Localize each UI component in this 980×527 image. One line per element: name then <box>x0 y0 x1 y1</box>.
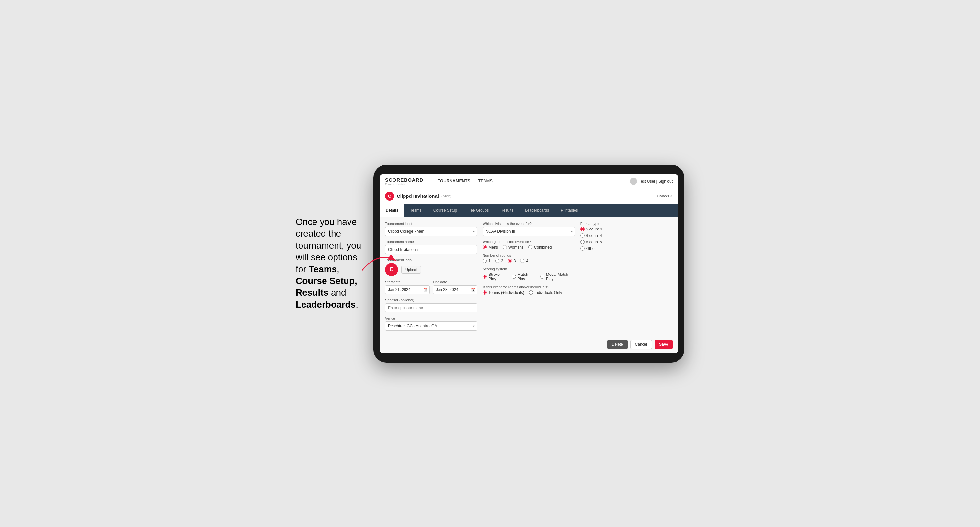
scoring-stroke-radio[interactable] <box>482 275 487 279</box>
tab-results[interactable]: Results <box>495 204 519 217</box>
gender-combined-radio[interactable] <box>528 245 533 249</box>
nav-tournaments[interactable]: TOURNAMENTS <box>438 177 470 185</box>
division-group: Which division is the event for? NCAA Di… <box>482 222 575 236</box>
division-label: Which division is the event for? <box>482 222 575 225</box>
tournament-host-group: Tournament Host Clippd College - Men <box>385 222 477 236</box>
teams-label: Is this event for Teams and/or Individua… <box>482 285 575 289</box>
tablet-device: SCOREBOARD Powered by clippd TOURNAMENTS… <box>374 165 684 363</box>
individuals-radio[interactable] <box>529 290 533 295</box>
rounds-label: Number of rounds <box>482 254 575 257</box>
sponsor-group: Sponsor (optional) <box>385 298 477 313</box>
tab-printables[interactable]: Printables <box>555 204 584 217</box>
form-footer: Delete Cancel Save <box>380 336 678 353</box>
delete-button[interactable]: Delete <box>607 340 628 349</box>
form-col-1: Tournament Host Clippd College - Men Tou… <box>385 222 477 330</box>
form-grid: Tournament Host Clippd College - Men Tou… <box>385 222 673 330</box>
tournament-title-area: C Clippd Invitational (Men) <box>385 192 452 201</box>
save-button[interactable]: Save <box>654 340 673 349</box>
end-date-group: End date <box>433 280 478 294</box>
cancel-button[interactable]: Cancel <box>630 340 652 349</box>
format-group: Format type 5 count 4 6 count 4 6 count … <box>581 222 673 251</box>
scoring-medal[interactable]: Medal Match Play <box>540 272 575 281</box>
format-5count4-radio[interactable] <box>581 227 585 231</box>
rounds-4[interactable]: 4 <box>520 259 528 263</box>
format-other[interactable]: Other <box>581 246 673 251</box>
rounds-1[interactable]: 1 <box>482 259 491 263</box>
top-navbar: SCOREBOARD Powered by clippd TOURNAMENTS… <box>380 175 678 188</box>
scoring-stroke[interactable]: Stroke Play <box>482 272 507 281</box>
scoring-match[interactable]: Match Play <box>512 272 536 281</box>
gender-radio-group: Mens Womens Combined <box>482 245 575 249</box>
tournament-host-label: Tournament Host <box>385 222 477 225</box>
tab-tee-groups[interactable]: Tee Groups <box>463 204 495 217</box>
rounds-radio-group: 1 2 3 4 <box>482 259 575 263</box>
start-date-input[interactable] <box>385 285 430 294</box>
scoring-match-radio[interactable] <box>512 275 516 279</box>
tab-teams[interactable]: Teams <box>404 204 427 217</box>
user-label[interactable]: Test User | Sign out <box>639 179 673 184</box>
tournament-logo-initial: C <box>385 192 394 201</box>
tournament-name-group: Tournament name <box>385 240 477 254</box>
sponsor-input[interactable] <box>385 303 477 313</box>
tournament-logo-group: Tournament logo C Upload <box>385 258 477 276</box>
start-date-group: Start date <box>385 280 430 294</box>
venue-group: Venue Peachtree GC - Atlanta - GA <box>385 316 477 330</box>
end-date-input[interactable] <box>433 285 478 294</box>
rounds-2[interactable]: 2 <box>495 259 503 263</box>
rounds-2-radio[interactable] <box>495 259 500 263</box>
format-5count4[interactable]: 5 count 4 <box>581 227 673 232</box>
division-select[interactable]: NCAA Division III <box>482 227 575 236</box>
gender-mens-radio[interactable] <box>482 245 487 249</box>
format-6count4-radio[interactable] <box>581 233 585 238</box>
scoring-group: Scoring system Stroke Play Match Play Me… <box>482 267 575 281</box>
rounds-4-radio[interactable] <box>520 259 524 263</box>
teams-radio-group: Teams (+Individuals) Individuals Only <box>482 290 575 295</box>
scoring-radio-group: Stroke Play Match Play Medal Match Play <box>482 272 575 281</box>
page-wrapper: Once you have created the tournament, yo… <box>296 165 684 363</box>
user-area: Test User | Sign out <box>630 178 673 185</box>
nav-teams[interactable]: TEAMS <box>478 177 493 185</box>
gender-womens[interactable]: Womens <box>503 245 524 249</box>
tournament-host-select[interactable]: Clippd College - Men <box>385 227 477 236</box>
logo-text: SCOREBOARD <box>385 177 423 183</box>
format-6count5-radio[interactable] <box>581 240 585 244</box>
logo-upload-area: C Upload <box>385 263 477 276</box>
tournament-cancel-button[interactable]: Cancel X <box>657 194 673 198</box>
form-col-2: Which division is the event for? NCAA Di… <box>482 222 575 330</box>
venue-label: Venue <box>385 316 477 320</box>
tournament-logo-label: Tournament logo <box>385 258 477 262</box>
scoring-medal-radio[interactable] <box>540 275 544 279</box>
individuals-only[interactable]: Individuals Only <box>529 290 562 295</box>
gender-group: Which gender is the event for? Mens Wome… <box>482 240 575 249</box>
tab-leaderboards[interactable]: Leaderboards <box>519 204 555 217</box>
rounds-1-radio[interactable] <box>482 259 487 263</box>
gender-label: Which gender is the event for? <box>482 240 575 244</box>
rounds-3-radio[interactable] <box>508 259 512 263</box>
tournament-name-input[interactable] <box>385 245 477 254</box>
main-nav: TOURNAMENTS TEAMS <box>438 177 493 185</box>
rounds-3[interactable]: 3 <box>508 259 516 263</box>
gender-womens-radio[interactable] <box>503 245 507 249</box>
format-6count5[interactable]: 6 count 5 <box>581 240 673 244</box>
logo-area: SCOREBOARD Powered by clippd <box>385 177 423 186</box>
venue-select[interactable]: Peachtree GC - Atlanta - GA <box>385 321 477 330</box>
teams-individuals[interactable]: Teams (+Individuals) <box>482 290 524 295</box>
format-6count4[interactable]: 6 count 4 <box>581 233 673 238</box>
logo-sub: Powered by clippd <box>385 183 423 186</box>
arrow-icon <box>359 248 398 273</box>
tablet-screen: SCOREBOARD Powered by clippd TOURNAMENTS… <box>380 175 678 353</box>
sponsor-label: Sponsor (optional) <box>385 298 477 302</box>
gender-mens[interactable]: Mens <box>482 245 498 249</box>
tab-details[interactable]: Details <box>380 204 404 217</box>
format-other-radio[interactable] <box>581 246 585 251</box>
gender-combined[interactable]: Combined <box>528 245 552 249</box>
tab-bar: Details Teams Course Setup Tee Groups Re… <box>380 204 678 217</box>
tab-course-setup[interactable]: Course Setup <box>428 204 463 217</box>
annotation-text: Once you have created the tournament, yo… <box>296 216 367 310</box>
teams-radio[interactable] <box>482 290 487 295</box>
teams-group: Is this event for Teams and/or Individua… <box>482 285 575 295</box>
upload-button[interactable]: Upload <box>401 266 421 273</box>
user-avatar <box>630 178 637 185</box>
tournament-subtitle: (Men) <box>441 194 452 198</box>
tournament-header: C Clippd Invitational (Men) Cancel X <box>380 188 678 204</box>
